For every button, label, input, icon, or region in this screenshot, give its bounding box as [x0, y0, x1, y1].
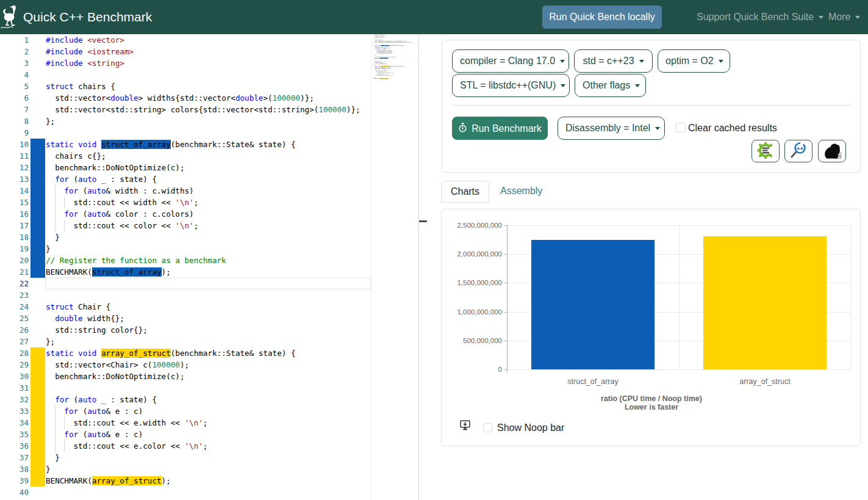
- chevron-down-icon: [561, 84, 565, 87]
- tab-assembly[interactable]: Assembly: [500, 181, 542, 203]
- code-line: std::cout << color << '\n';: [374, 53, 393, 54]
- show-noop-bar-checkbox[interactable]: [483, 423, 492, 432]
- code-line: };: [46, 115, 55, 127]
- compiler-dropdown[interactable]: compiler = Clang 17.0: [452, 49, 569, 73]
- line-number: 4: [0, 69, 29, 81]
- line-number: 35: [0, 429, 29, 440]
- line-number: 11: [0, 150, 29, 162]
- line-number: 28: [0, 347, 29, 359]
- cpp-insights-button[interactable]: ++: [784, 140, 812, 162]
- other-flags-dropdown[interactable]: Other flags: [575, 74, 646, 97]
- line-number: 34: [0, 417, 29, 429]
- std-dropdown[interactable]: std = c++23: [574, 49, 653, 73]
- app-title: Quick C++ Benchmark: [23, 0, 152, 34]
- code-line: for (auto _ : state) {: [46, 173, 157, 185]
- clear-cached-results-checkbox[interactable]: [676, 123, 686, 132]
- build-bench-button[interactable]: [818, 140, 846, 162]
- chevron-down-icon: [855, 16, 860, 19]
- code-line: std::cout << e.color << '\n';: [46, 440, 207, 452]
- svg-text:++: ++: [796, 145, 803, 151]
- code-line: }: [46, 452, 60, 463]
- line-number: 38: [0, 463, 29, 475]
- run-benchmark-button[interactable]: Run Benchmark: [452, 117, 548, 140]
- line-number: 32: [0, 394, 29, 405]
- support-menu[interactable]: Support Quick Bench Suite: [697, 0, 823, 34]
- indent-guide: [55, 185, 56, 197]
- line-number: 10: [0, 139, 29, 150]
- chevron-down-icon: [819, 16, 823, 19]
- code-line: // Register the function as a benchmark: [46, 255, 226, 266]
- more-menu[interactable]: More: [828, 0, 860, 34]
- code-line: std::cout << width << '\n';: [46, 197, 198, 208]
- code-editor[interactable]: 1234567891011121314151617181920212223242…: [0, 34, 419, 500]
- tab-charts[interactable]: Charts: [441, 181, 489, 203]
- chart-axis-title: ratio (CPU time / Noop time): [442, 394, 861, 403]
- indent-guide: [64, 220, 65, 231]
- disassembly-dropdown[interactable]: Disassembly = Intel: [558, 117, 665, 140]
- line-number: 27: [0, 336, 29, 347]
- code-line: double width{};: [46, 313, 124, 324]
- benchmark-config-card: compiler = Clang 17.0 std = c++23 optim …: [442, 40, 861, 173]
- code-line: }: [46, 231, 60, 243]
- download-chart-icon[interactable]: [460, 420, 471, 431]
- line-number: 8: [0, 115, 29, 127]
- line-number: 7: [0, 104, 29, 115]
- code-line: static void struct_of_array(benchmark::S…: [46, 139, 295, 150]
- line-number: 26: [0, 324, 29, 336]
- line-number: 14: [0, 185, 29, 197]
- compiler-explorer-icon: [756, 142, 775, 159]
- chart-axis-subtitle: Lower is faster: [442, 403, 861, 411]
- code-line: benchmark::DoNotOptimize(c);: [374, 68, 391, 69]
- chevron-down-icon: [560, 60, 565, 63]
- y-axis-tick-label: 500,000,000: [442, 337, 502, 344]
- code-line: std::vector<std::string> colors{std::vec…: [46, 104, 360, 115]
- line-number: 22: [0, 278, 29, 289]
- chevron-down-icon: [719, 60, 723, 63]
- resizer-handle-icon[interactable]: [419, 220, 427, 222]
- line-number: 9: [0, 127, 29, 139]
- x-axis-category-label: array_of_struct: [704, 377, 826, 386]
- optim-dropdown[interactable]: optim = O2: [658, 49, 730, 73]
- build-bench-gorilla-icon: [822, 141, 842, 159]
- line-number: 15: [0, 197, 29, 208]
- code-line: }: [46, 463, 51, 475]
- y-axis-tick-label: 1,000,000,000: [442, 308, 502, 316]
- line-number: 19: [0, 243, 29, 255]
- line-number: 1: [0, 34, 29, 46]
- bar-struct_of_array[interactable]: [531, 240, 655, 369]
- split-pane-resizer[interactable]: [419, 34, 427, 500]
- y-axis-tick-label: 2,500,000,000: [442, 222, 502, 229]
- line-number: 25: [0, 313, 29, 324]
- line-number: 24: [0, 301, 29, 313]
- code-line: for (auto& e : c): [46, 405, 143, 417]
- line-number: 16: [0, 208, 29, 220]
- compiler-explorer-button[interactable]: [751, 140, 780, 162]
- chevron-down-icon: [639, 60, 644, 63]
- x-axis-category-label: struct_of_array: [532, 377, 654, 386]
- stl-dropdown[interactable]: STL = libstdc++(GNU): [452, 74, 570, 97]
- indent-guide: [55, 220, 56, 231]
- run-quick-bench-locally-button[interactable]: Run Quick Bench locally: [542, 5, 662, 29]
- indent-guide: [55, 208, 56, 220]
- indent-guide: [55, 440, 56, 452]
- indent-guide: [55, 197, 56, 208]
- line-number: 2: [0, 46, 29, 57]
- code-line: #include <string>: [374, 37, 384, 38]
- divider: [452, 105, 852, 106]
- code-line: for (auto _ : state) {: [46, 394, 157, 405]
- code-line: std::cout << e.width << '\n';: [46, 417, 207, 429]
- line-number: 21: [0, 266, 29, 278]
- indent-guide: [55, 417, 56, 429]
- code-line: benchmark::DoNotOptimize(c);: [46, 162, 184, 173]
- gridline: [507, 369, 851, 370]
- line-number: 12: [0, 162, 29, 173]
- code-line: }: [46, 243, 51, 255]
- y-axis-tick-label: 2,000,000,000: [442, 250, 502, 258]
- code-line: std::string color{};: [46, 324, 148, 336]
- code-line: chairs c{};: [46, 150, 106, 162]
- show-noop-bar-label: Show Noop bar: [497, 422, 564, 433]
- minimap[interactable]: #include <vector>#include <iostream>#inc…: [374, 35, 418, 499]
- code-line: #include <iostream>: [46, 46, 134, 57]
- y-axis-tick-label: 0: [442, 366, 502, 373]
- bar-array_of_struct[interactable]: [703, 236, 827, 369]
